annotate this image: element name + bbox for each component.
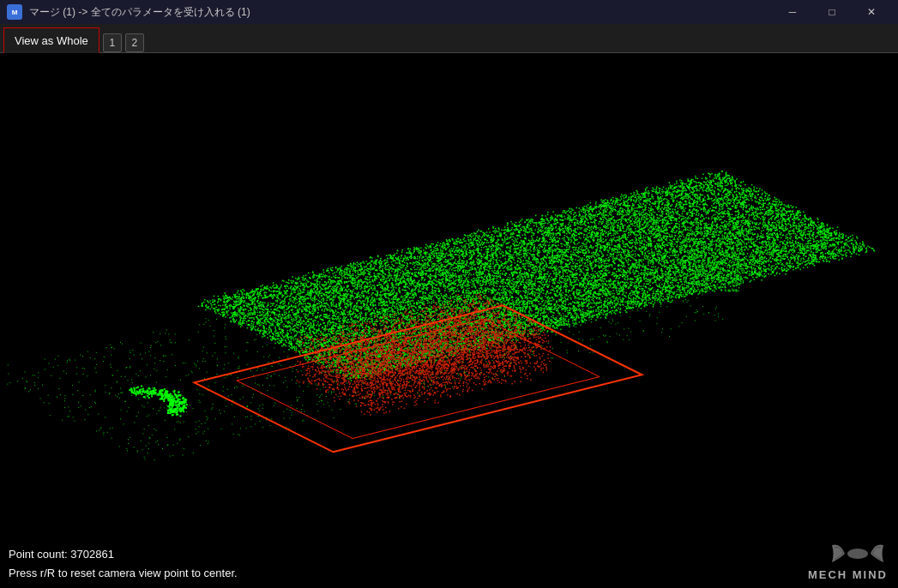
logo-icon	[808, 541, 888, 567]
logo-text: MECH MIND	[808, 568, 888, 581]
window-title: マージ (1) -> 全てのパラメータを受け入れる (1)	[29, 5, 250, 20]
minimize-button[interactable]: ─	[773, 0, 812, 24]
app-icon: M	[7, 4, 22, 20]
tab-bar: View as Whole 1 2	[0, 24, 898, 53]
maximize-button[interactable]: □	[812, 0, 852, 24]
title-bar-left: M マージ (1) -> 全てのパラメータを受け入れる (1)	[7, 4, 250, 20]
point-count-label: Point count: 3702861	[9, 545, 238, 564]
bottom-info: Point count: 3702861 Press r/R to reset …	[0, 540, 246, 588]
close-button[interactable]: ✕	[852, 0, 891, 24]
svg-point-2	[847, 549, 868, 559]
tab-view-as-whole-label: View as Whole	[15, 34, 88, 47]
tab-1[interactable]: 1	[103, 33, 122, 52]
svg-text:M: M	[12, 9, 18, 16]
logo-name: MECH MIND	[808, 568, 888, 581]
title-bar: M マージ (1) -> 全てのパラメータを受け入れる (1) ─ □ ✕	[0, 0, 898, 24]
point-cloud-canvas	[0, 53, 898, 588]
window-controls: ─ □ ✕	[773, 0, 891, 24]
tab-view-as-whole[interactable]: View as Whole	[3, 27, 99, 53]
3d-viewport[interactable]: Point count: 3702861 Press r/R to reset …	[0, 53, 898, 588]
tab-2[interactable]: 2	[125, 33, 144, 52]
reset-hint-label: Press r/R to reset camera view point to …	[9, 564, 238, 583]
mech-mind-logo: MECH MIND	[808, 541, 888, 581]
